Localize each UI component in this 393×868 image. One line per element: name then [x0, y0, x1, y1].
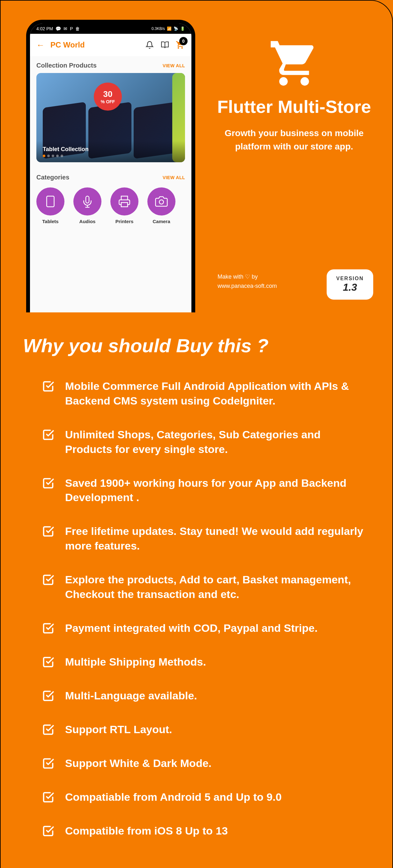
msg-icon: ✉	[63, 26, 67, 31]
status-left: 4:02 PM 💬 ✉ P 🗑	[36, 26, 80, 31]
svg-point-3	[159, 200, 163, 204]
cart-button[interactable]: 0	[175, 40, 185, 50]
feature-item: Support White & Dark Mode.	[23, 756, 370, 771]
feature-item: Multiple Shipping Methods.	[23, 655, 370, 670]
why-title: Why you should Buy this ?	[23, 335, 370, 357]
feature-item: Payment integrated with COD, Paypal and …	[23, 621, 370, 636]
feature-item: Saved 1900+ working hours for your App a…	[23, 476, 370, 505]
check-icon	[42, 757, 54, 771]
feature-text: Compatible from iOS 8 Up to 13	[65, 824, 228, 838]
feature-text: Explore the products, Add to cart, Baske…	[65, 572, 370, 602]
carousel-dots	[43, 155, 179, 157]
back-icon[interactable]: ←	[36, 40, 45, 50]
hero-subtitle: Growth your business on mobile platform …	[214, 127, 374, 153]
category-camera[interactable]: Camera	[147, 187, 175, 224]
heart-icon: ♡	[245, 274, 252, 280]
appbar-title: PC World	[50, 40, 139, 50]
wifi-icon: 📡	[173, 27, 178, 31]
discount-badge: 30 % OFF	[94, 83, 122, 111]
phone-frame: 4:02 PM 💬 ✉ P 🗑 0.3KB/s 📶 📡 🔋 ← PC World	[26, 20, 195, 312]
categories-header: Categories VIEW ALL	[36, 174, 185, 181]
credit-text: Make with ♡ by www.panacea-soft.com	[218, 272, 277, 291]
status-time: 4:02 PM	[36, 26, 53, 31]
collection-carousel[interactable]: 30 % OFF Tablet Collection	[36, 73, 185, 162]
version-label: VERSION	[336, 276, 364, 281]
feature-item: Compatible from iOS 8 Up to 13	[23, 824, 370, 838]
feature-text: Compatiable from Android 5 and Up to 9.0	[65, 790, 282, 805]
p-icon: P	[70, 26, 73, 31]
status-net: 0.3KB/s	[151, 27, 165, 31]
feature-text: Multiple Shipping Methods.	[65, 655, 206, 670]
check-icon	[42, 825, 54, 838]
feature-item: Multi-Language available.	[23, 688, 370, 703]
svg-rect-0	[47, 196, 54, 207]
discount-text: % OFF	[101, 99, 115, 104]
hero-title: Flutter Multi-Store	[214, 96, 374, 117]
feature-text: Mobile Commerce Full Android Application…	[65, 379, 370, 408]
book-icon[interactable]	[160, 40, 170, 50]
check-icon	[42, 656, 54, 670]
feature-text: Free lifetime updates. Stay tuned! We wo…	[65, 524, 370, 553]
carousel-caption: Tablet Collection	[43, 146, 89, 152]
check-icon	[42, 622, 54, 636]
feature-text: Payment integrated with COD, Paypal and …	[65, 621, 318, 636]
trash-icon: 🗑	[75, 26, 80, 31]
chat-icon: 💬	[56, 26, 61, 31]
signal-icon: 📶	[167, 27, 172, 31]
collection-title: Collection Products	[36, 62, 97, 69]
category-printers[interactable]: Printers	[110, 187, 138, 224]
camera-icon	[147, 187, 175, 216]
collection-section: Collection Products VIEW ALL 30 % OFF Ta…	[30, 56, 191, 168]
audio-icon	[73, 187, 102, 216]
tablet-icon	[36, 187, 64, 216]
features-list: Mobile Commerce Full Android Application…	[23, 379, 370, 838]
feature-item: Support RTL Layout.	[23, 722, 370, 737]
categories-row: Tablets Audios Printers Camera	[36, 185, 185, 227]
feature-item: Explore the products, Add to cart, Baske…	[23, 572, 370, 602]
categories-viewall[interactable]: VIEW ALL	[163, 175, 185, 180]
cart-logo-icon	[269, 39, 320, 90]
feature-text: Multi-Language available.	[65, 688, 197, 703]
bell-icon[interactable]	[145, 40, 155, 50]
status-right: 0.3KB/s 📶 📡 🔋	[151, 27, 185, 31]
battery-icon: 🔋	[180, 27, 185, 31]
check-icon	[42, 791, 54, 805]
cart-badge: 0	[179, 37, 188, 45]
feature-item: Unlimited Shops, Categories, Sub Categor…	[23, 428, 370, 457]
category-audios[interactable]: Audios	[73, 187, 102, 224]
check-icon	[42, 525, 54, 539]
check-icon	[42, 574, 54, 587]
feature-text: Support White & Dark Mode.	[65, 756, 212, 771]
features-panel: Why you should Buy this ? Mobile Commerc…	[0, 312, 393, 868]
collection-viewall[interactable]: VIEW ALL	[163, 63, 185, 68]
status-bar: 4:02 PM 💬 ✉ P 🗑 0.3KB/s 📶 📡 🔋	[30, 24, 191, 34]
feature-text: Support RTL Layout.	[65, 722, 172, 737]
svg-rect-2	[121, 203, 128, 207]
feature-text: Saved 1900+ working hours for your App a…	[65, 476, 370, 505]
check-icon	[42, 477, 54, 491]
version-number: 1.3	[336, 281, 364, 293]
feature-item: Mobile Commerce Full Android Application…	[23, 379, 370, 408]
discount-number: 30	[103, 89, 113, 99]
collection-header: Collection Products VIEW ALL	[36, 62, 185, 69]
check-icon	[42, 690, 54, 703]
carousel-overlay: Tablet Collection	[36, 141, 185, 162]
version-badge: VERSION 1.3	[327, 269, 373, 300]
hero-panel: 4:02 PM 💬 ✉ P 🗑 0.3KB/s 📶 📡 🔋 ← PC World	[0, 0, 393, 312]
check-icon	[42, 723, 54, 737]
phone-screen: 4:02 PM 💬 ✉ P 🗑 0.3KB/s 📶 📡 🔋 ← PC World	[30, 24, 191, 312]
credit-link[interactable]: www.panacea-soft.com	[218, 283, 277, 289]
printer-icon	[110, 187, 138, 216]
check-icon	[42, 380, 54, 394]
categories-section: Categories VIEW ALL Tablets Audios Print…	[30, 168, 191, 232]
feature-text: Unlimited Shops, Categories, Sub Categor…	[65, 428, 370, 457]
hero-right: Flutter Multi-Store Growth your business…	[214, 39, 374, 153]
feature-item: Free lifetime updates. Stay tuned! We wo…	[23, 524, 370, 553]
feature-item: Compatiable from Android 5 and Up to 9.0	[23, 790, 370, 805]
check-icon	[42, 429, 54, 442]
category-tablets[interactable]: Tablets	[36, 187, 64, 224]
app-bar: ← PC World 0	[30, 34, 191, 56]
categories-title: Categories	[36, 174, 69, 181]
